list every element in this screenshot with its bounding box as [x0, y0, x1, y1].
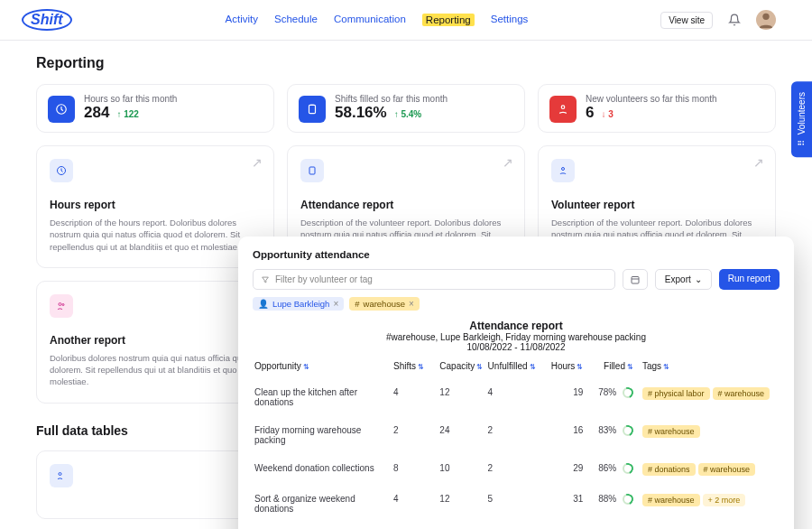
- avatar[interactable]: [756, 10, 776, 30]
- stat-value: 284: [84, 104, 109, 122]
- nav-settings[interactable]: Settings: [491, 14, 529, 26]
- cell-filled: 88%: [585, 485, 641, 523]
- cell-capacity: 10: [438, 454, 485, 485]
- filter-icon: [261, 275, 270, 284]
- tag-pill[interactable]: # warehouse: [698, 463, 756, 476]
- open-arrow-icon: ↗: [753, 155, 764, 170]
- nav-reporting[interactable]: Reporting: [422, 14, 475, 26]
- svg-point-6: [562, 168, 565, 171]
- report-desc: Description of the hours report. Dolorib…: [50, 217, 261, 253]
- topbar: Shift Activity Schedule Communication Re…: [0, 0, 812, 41]
- cell-tags: # donations# warehouse: [641, 454, 780, 485]
- stat-delta: ↓ 3: [601, 109, 613, 119]
- stat-card-shifts: Shifts filled so far this month 58.16%↑ …: [287, 84, 525, 133]
- page-title: Reporting: [36, 55, 776, 71]
- export-button[interactable]: Export⌄: [655, 269, 712, 290]
- notifications-icon[interactable]: [725, 11, 743, 29]
- col-shifts[interactable]: Shifts⇅: [392, 357, 438, 378]
- run-report-button[interactable]: Run report: [719, 269, 780, 290]
- chip-remove-icon[interactable]: ×: [333, 299, 338, 309]
- report-title: Hours report: [50, 199, 261, 211]
- cell-capacity: 24: [438, 416, 485, 454]
- stat-label: New volunteers so far this month: [586, 94, 717, 104]
- tag-pill[interactable]: # warehouse: [642, 494, 700, 506]
- clock-icon: [50, 159, 73, 182]
- sort-icon: ⇅: [476, 363, 483, 371]
- cell-opportunity: Sort & organize weekend donations: [253, 485, 392, 523]
- stat-label: Hours so far this month: [84, 94, 177, 104]
- svg-point-8: [62, 303, 64, 305]
- svg-point-0: [762, 14, 769, 20]
- report-desc: Doloribus dolores nostrum quia qui natus…: [50, 352, 266, 388]
- progress-ring-icon: [623, 494, 633, 505]
- chip-tag[interactable]: # warehouse×: [349, 297, 420, 311]
- cell-opportunity: Friday morning warehouse packing: [253, 416, 392, 454]
- cell-opportunity: Weekend donation collections: [253, 454, 392, 485]
- people-icon: [50, 294, 73, 318]
- table-row: Clean up the kitchen after donations 4 1…: [253, 378, 780, 416]
- cell-unfulfilled: 2: [486, 454, 539, 485]
- filter-input[interactable]: Filter by volunteer or tag: [253, 269, 615, 290]
- svg-point-7: [59, 302, 61, 305]
- svg-point-3: [561, 106, 565, 109]
- clipboard-icon: [300, 159, 324, 182]
- stat-row: Hours so far this month 284↑ 122 Shifts …: [36, 84, 776, 133]
- col-unfulfilled[interactable]: Unfulfilled⇅: [486, 357, 539, 378]
- report-header: Attendance report #warehouse, Lupe Barkl…: [253, 320, 780, 352]
- report-title: Attendance report: [300, 199, 512, 211]
- cell-hours: 16: [539, 523, 585, 529]
- cell-hours: 31: [539, 485, 585, 523]
- people-icon: [50, 464, 73, 487]
- col-opportunity[interactable]: Opportunity⇅: [253, 357, 392, 378]
- cell-unfulfilled: 5: [486, 485, 539, 523]
- calendar-button[interactable]: [623, 269, 648, 290]
- open-arrow-icon: ↗: [503, 155, 513, 170]
- chevron-down-icon: ⌄: [695, 274, 702, 284]
- stat-delta: ↑ 5.4%: [394, 109, 422, 119]
- sort-icon: ⇅: [418, 363, 424, 371]
- cell-filled: 83%: [585, 416, 641, 454]
- cell-unfulfilled: 17: [486, 523, 539, 529]
- col-hours[interactable]: Hours⇅: [539, 357, 585, 378]
- clock-icon: [48, 96, 75, 123]
- stat-value: 6: [586, 104, 594, 122]
- more-tags[interactable]: + 2 more: [703, 494, 746, 506]
- table-row: Local Business Volunteer Day - transport…: [253, 523, 780, 529]
- side-tab-label: Volunteers: [797, 92, 807, 135]
- stat-card-hours: Hours so far this month 284↑ 122: [36, 84, 274, 133]
- cell-tags: # Driver# warehouse: [641, 523, 780, 529]
- chip-remove-icon[interactable]: ×: [409, 299, 414, 309]
- person-icon: [551, 159, 575, 182]
- report-title: Another report: [50, 334, 266, 347]
- cell-shifts: 8: [392, 454, 438, 485]
- volunteers-side-tab[interactable]: ⠿ Volunteers: [791, 81, 812, 157]
- nav-activity[interactable]: Activity: [226, 14, 258, 26]
- modal-title: Opportunity attendance: [253, 249, 780, 260]
- progress-ring-icon: [623, 425, 633, 436]
- progress-ring-icon: [623, 387, 633, 398]
- svg-rect-2: [309, 105, 316, 113]
- col-tags[interactable]: Tags⇅: [641, 357, 780, 378]
- progress-ring-icon: [623, 463, 633, 474]
- cell-opportunity: Local Business Volunteer Day - transport…: [253, 523, 392, 529]
- cell-shifts: 2: [392, 523, 438, 529]
- tag-pill[interactable]: # physical labor: [642, 387, 710, 400]
- cell-tags: # physical labor# warehouse: [641, 378, 780, 416]
- cell-capacity: 12: [438, 485, 485, 523]
- view-site-button[interactable]: View site: [660, 12, 713, 29]
- col-capacity[interactable]: Capacity⇅: [438, 357, 485, 378]
- chip-person[interactable]: 👤Lupe Barkleigh×: [253, 297, 344, 311]
- tag-pill[interactable]: # warehouse: [642, 425, 700, 438]
- open-arrow-icon: ↗: [252, 155, 263, 170]
- table-row: Friday morning warehouse packing 2 24 2 …: [253, 416, 780, 454]
- cell-filled: 86%: [585, 454, 641, 485]
- sort-icon: ⇅: [663, 363, 669, 371]
- cell-hours: 29: [539, 454, 585, 485]
- person-icon: 👤: [258, 299, 269, 309]
- nav-schedule[interactable]: Schedule: [274, 14, 318, 26]
- nav-communication[interactable]: Communication: [334, 14, 406, 26]
- tag-pill[interactable]: # warehouse: [713, 387, 770, 400]
- svg-rect-10: [632, 276, 639, 283]
- col-filled[interactable]: Filled⇅: [585, 357, 641, 378]
- tag-pill[interactable]: # donations: [642, 463, 696, 476]
